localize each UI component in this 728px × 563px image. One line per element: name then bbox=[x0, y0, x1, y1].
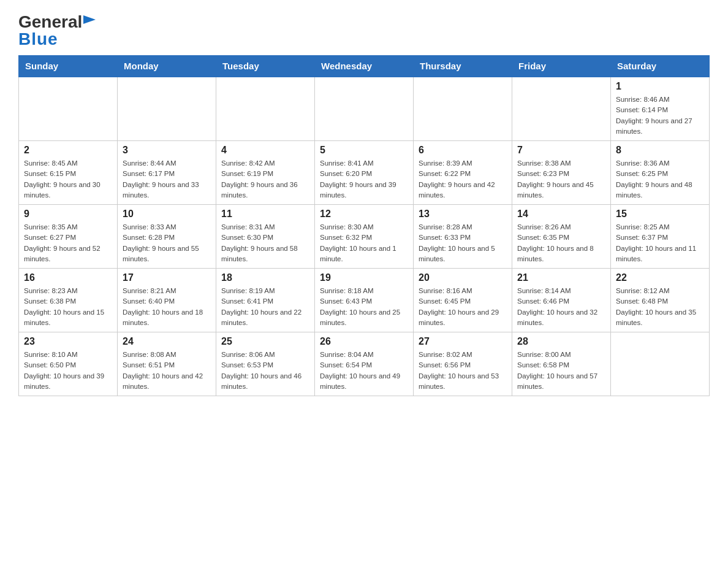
day-info: Sunrise: 8:36 AMSunset: 6:25 PMDaylight:… bbox=[616, 158, 704, 201]
day-info: Sunrise: 8:12 AMSunset: 6:48 PMDaylight:… bbox=[616, 286, 704, 328]
calendar-week-row: 23Sunrise: 8:10 AMSunset: 6:50 PMDayligh… bbox=[19, 332, 710, 396]
day-number: 18 bbox=[221, 272, 309, 283]
weekday-header-wednesday: Wednesday bbox=[315, 56, 414, 77]
day-number: 10 bbox=[123, 209, 211, 220]
day-number: 25 bbox=[221, 336, 309, 347]
calendar-cell: 27Sunrise: 8:02 AMSunset: 6:56 PMDayligh… bbox=[414, 332, 512, 396]
calendar-cell bbox=[512, 77, 611, 141]
calendar-cell: 28Sunrise: 8:00 AMSunset: 6:58 PMDayligh… bbox=[512, 332, 611, 396]
day-info: Sunrise: 8:30 AMSunset: 6:32 PMDaylight:… bbox=[320, 222, 408, 264]
calendar-cell: 14Sunrise: 8:26 AMSunset: 6:35 PMDayligh… bbox=[512, 205, 611, 269]
day-number: 3 bbox=[123, 145, 211, 156]
day-number: 13 bbox=[419, 209, 507, 220]
calendar-cell: 9Sunrise: 8:35 AMSunset: 6:27 PMDaylight… bbox=[19, 205, 118, 269]
calendar-cell: 7Sunrise: 8:38 AMSunset: 6:23 PMDaylight… bbox=[512, 141, 611, 205]
day-info: Sunrise: 8:46 AMSunset: 6:14 PMDaylight:… bbox=[616, 94, 704, 137]
day-number: 23 bbox=[24, 336, 112, 347]
day-info: Sunrise: 8:16 AMSunset: 6:45 PMDaylight:… bbox=[419, 286, 507, 328]
day-number: 1 bbox=[616, 81, 704, 92]
day-number: 24 bbox=[123, 336, 211, 347]
day-number: 22 bbox=[616, 272, 704, 283]
day-number: 27 bbox=[419, 336, 507, 347]
day-info: Sunrise: 8:39 AMSunset: 6:22 PMDaylight:… bbox=[419, 158, 507, 201]
calendar-week-row: 9Sunrise: 8:35 AMSunset: 6:27 PMDaylight… bbox=[19, 205, 710, 269]
calendar-cell: 22Sunrise: 8:12 AMSunset: 6:48 PMDayligh… bbox=[611, 269, 710, 332]
day-info: Sunrise: 8:00 AMSunset: 6:58 PMDaylight:… bbox=[517, 350, 605, 392]
weekday-header-saturday: Saturday bbox=[611, 56, 710, 77]
calendar-cell: 25Sunrise: 8:06 AMSunset: 6:53 PMDayligh… bbox=[216, 332, 315, 396]
logo: General Blue bbox=[18, 12, 96, 49]
day-number: 8 bbox=[616, 145, 704, 156]
weekday-header-row: SundayMondayTuesdayWednesdayThursdayFrid… bbox=[19, 56, 710, 77]
day-info: Sunrise: 8:44 AMSunset: 6:17 PMDaylight:… bbox=[123, 158, 211, 201]
day-number: 12 bbox=[320, 209, 408, 220]
calendar-cell bbox=[414, 77, 512, 141]
day-info: Sunrise: 8:14 AMSunset: 6:46 PMDaylight:… bbox=[517, 286, 605, 328]
day-number: 20 bbox=[419, 272, 507, 283]
calendar-cell: 19Sunrise: 8:18 AMSunset: 6:43 PMDayligh… bbox=[315, 269, 414, 332]
day-info: Sunrise: 8:06 AMSunset: 6:53 PMDaylight:… bbox=[221, 350, 309, 392]
day-info: Sunrise: 8:33 AMSunset: 6:28 PMDaylight:… bbox=[123, 222, 211, 264]
day-number: 9 bbox=[24, 209, 112, 220]
weekday-header-tuesday: Tuesday bbox=[216, 56, 315, 77]
day-number: 26 bbox=[320, 336, 408, 347]
day-info: Sunrise: 8:42 AMSunset: 6:19 PMDaylight:… bbox=[221, 158, 309, 201]
calendar-cell: 24Sunrise: 8:08 AMSunset: 6:51 PMDayligh… bbox=[118, 332, 216, 396]
day-number: 16 bbox=[24, 272, 112, 283]
day-number: 5 bbox=[320, 145, 408, 156]
day-info: Sunrise: 8:18 AMSunset: 6:43 PMDaylight:… bbox=[320, 286, 408, 328]
calendar-cell bbox=[315, 77, 414, 141]
day-number: 19 bbox=[320, 272, 408, 283]
day-number: 21 bbox=[517, 272, 605, 283]
calendar-cell: 5Sunrise: 8:41 AMSunset: 6:20 PMDaylight… bbox=[315, 141, 414, 205]
day-number: 15 bbox=[616, 209, 704, 220]
day-number: 6 bbox=[419, 145, 507, 156]
day-info: Sunrise: 8:10 AMSunset: 6:50 PMDaylight:… bbox=[24, 350, 112, 392]
calendar-week-row: 1Sunrise: 8:46 AMSunset: 6:14 PMDaylight… bbox=[19, 77, 710, 141]
calendar-table: SundayMondayTuesdayWednesdayThursdayFrid… bbox=[18, 55, 710, 396]
calendar-cell: 1Sunrise: 8:46 AMSunset: 6:14 PMDaylight… bbox=[611, 77, 710, 141]
weekday-header-thursday: Thursday bbox=[414, 56, 512, 77]
day-number: 7 bbox=[517, 145, 605, 156]
calendar-cell bbox=[118, 77, 216, 141]
calendar-cell: 26Sunrise: 8:04 AMSunset: 6:54 PMDayligh… bbox=[315, 332, 414, 396]
calendar-cell: 16Sunrise: 8:23 AMSunset: 6:38 PMDayligh… bbox=[19, 269, 118, 332]
weekday-header-friday: Friday bbox=[512, 56, 611, 77]
day-info: Sunrise: 8:25 AMSunset: 6:37 PMDaylight:… bbox=[616, 222, 704, 264]
logo-blue-label: Blue bbox=[18, 29, 58, 48]
calendar-week-row: 16Sunrise: 8:23 AMSunset: 6:38 PMDayligh… bbox=[19, 269, 710, 332]
calendar-cell: 8Sunrise: 8:36 AMSunset: 6:25 PMDaylight… bbox=[611, 141, 710, 205]
day-number: 2 bbox=[24, 145, 112, 156]
logo-flag-icon bbox=[83, 13, 96, 26]
calendar-cell: 6Sunrise: 8:39 AMSunset: 6:22 PMDaylight… bbox=[414, 141, 512, 205]
day-info: Sunrise: 8:23 AMSunset: 6:38 PMDaylight:… bbox=[24, 286, 112, 328]
calendar-cell: 3Sunrise: 8:44 AMSunset: 6:17 PMDaylight… bbox=[118, 141, 216, 205]
calendar-week-row: 2Sunrise: 8:45 AMSunset: 6:15 PMDaylight… bbox=[19, 141, 710, 205]
day-number: 4 bbox=[221, 145, 309, 156]
calendar-cell: 15Sunrise: 8:25 AMSunset: 6:37 PMDayligh… bbox=[611, 205, 710, 269]
day-info: Sunrise: 8:31 AMSunset: 6:30 PMDaylight:… bbox=[221, 222, 309, 264]
calendar-cell: 12Sunrise: 8:30 AMSunset: 6:32 PMDayligh… bbox=[315, 205, 414, 269]
day-info: Sunrise: 8:19 AMSunset: 6:41 PMDaylight:… bbox=[221, 286, 309, 328]
logo-blue-area: Blue bbox=[18, 29, 58, 49]
calendar-cell: 10Sunrise: 8:33 AMSunset: 6:28 PMDayligh… bbox=[118, 205, 216, 269]
weekday-header-sunday: Sunday bbox=[19, 56, 118, 77]
day-number: 14 bbox=[517, 209, 605, 220]
calendar-cell: 20Sunrise: 8:16 AMSunset: 6:45 PMDayligh… bbox=[414, 269, 512, 332]
day-info: Sunrise: 8:38 AMSunset: 6:23 PMDaylight:… bbox=[517, 158, 605, 201]
calendar-cell: 23Sunrise: 8:10 AMSunset: 6:50 PMDayligh… bbox=[19, 332, 118, 396]
day-info: Sunrise: 8:08 AMSunset: 6:51 PMDaylight:… bbox=[123, 350, 211, 392]
day-info: Sunrise: 8:35 AMSunset: 6:27 PMDaylight:… bbox=[24, 222, 112, 264]
day-number: 17 bbox=[123, 272, 211, 283]
day-number: 11 bbox=[221, 209, 309, 220]
calendar-cell: 21Sunrise: 8:14 AMSunset: 6:46 PMDayligh… bbox=[512, 269, 611, 332]
day-info: Sunrise: 8:45 AMSunset: 6:15 PMDaylight:… bbox=[24, 158, 112, 201]
day-info: Sunrise: 8:02 AMSunset: 6:56 PMDaylight:… bbox=[419, 350, 507, 392]
calendar-cell: 18Sunrise: 8:19 AMSunset: 6:41 PMDayligh… bbox=[216, 269, 315, 332]
calendar-cell bbox=[611, 332, 710, 396]
day-info: Sunrise: 8:04 AMSunset: 6:54 PMDaylight:… bbox=[320, 350, 408, 392]
calendar-cell: 17Sunrise: 8:21 AMSunset: 6:40 PMDayligh… bbox=[118, 269, 216, 332]
weekday-header-monday: Monday bbox=[118, 56, 216, 77]
calendar-cell bbox=[216, 77, 315, 141]
calendar-cell: 4Sunrise: 8:42 AMSunset: 6:19 PMDaylight… bbox=[216, 141, 315, 205]
